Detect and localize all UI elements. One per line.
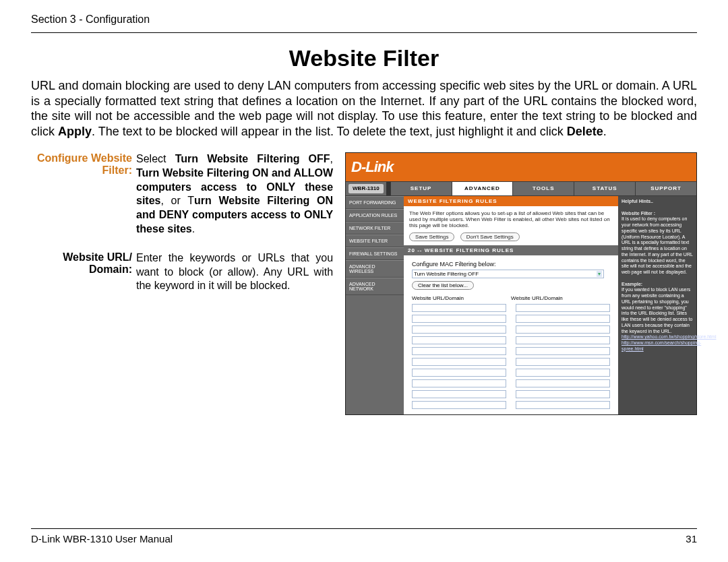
tab-setup[interactable]: SETUP — [390, 182, 452, 195]
def-body-url: Enter the keywords or URLs that you want… — [136, 251, 333, 293]
def-body-configure: Select Turn Website Filtering OFF, Turn … — [136, 152, 333, 237]
clear-list-button[interactable]: Clear the list below... — [412, 281, 474, 290]
url-input[interactable] — [412, 336, 506, 344]
intro-delete: Delete — [567, 125, 603, 138]
url-input[interactable] — [412, 379, 506, 387]
configure-label: Configure MAC Filtering below: — [412, 261, 610, 268]
hints-link-2[interactable]: http://www.msn.com/search/shopping-spree… — [621, 340, 701, 351]
rules-description: The Web Filter options allows you to set… — [409, 210, 613, 228]
tab-advanced[interactable]: ADVANCED — [452, 182, 513, 195]
intro-text-b: . The text to be blocked will appear in … — [92, 125, 567, 138]
t: , — [330, 153, 333, 164]
url-input[interactable] — [516, 315, 610, 323]
sidebar-item[interactable]: ADVANCED WIRELESS — [346, 260, 404, 278]
section-bar-rules: WEBSITE FILTERING RULES — [404, 196, 618, 206]
def-label-url: Website URL/ Domain: — [31, 251, 136, 293]
url-input[interactable] — [516, 347, 610, 355]
sidebar-item[interactable]: NETWORK FILTER — [346, 222, 404, 235]
filter-mode-select[interactable]: Turn Website Filtering OFF ▾ — [412, 270, 604, 278]
url-input[interactable] — [516, 304, 610, 312]
sidebar-item[interactable]: ADVANCED NETWORK — [346, 278, 404, 295]
hints-example-label: Example: — [621, 282, 642, 286]
router-header: D-Link — [346, 153, 696, 181]
url-input[interactable] — [412, 401, 506, 409]
url-input[interactable] — [516, 379, 610, 387]
hints-text-2: If you wanted to block LAN users from an… — [621, 287, 692, 333]
url-input[interactable] — [516, 390, 610, 398]
tab-support[interactable]: SUPPORT — [635, 182, 696, 195]
url-input[interactable] — [412, 304, 506, 312]
save-button[interactable]: Save Settings — [409, 232, 454, 241]
hints-link-1[interactable]: http://www.yahoo.com.tw/shopping/store.h… — [621, 334, 716, 339]
sidebar-item[interactable]: FIREWALL SETTINGS — [346, 247, 404, 260]
hints-subtitle: Website Filter : — [621, 211, 655, 216]
t: , or T — [160, 195, 194, 206]
t: Turn Website Filtering OFF — [175, 153, 330, 164]
url-input[interactable] — [516, 325, 610, 334]
intro-paragraph: URL and domain blocking are used to deny… — [31, 78, 697, 139]
url-input[interactable] — [412, 358, 506, 366]
intro-text-c: . — [603, 125, 607, 138]
dont-save-button[interactable]: Don't Save Settings — [460, 232, 520, 241]
footer-manual: D-Link WBR-1310 User Manual — [31, 533, 173, 544]
url-input[interactable] — [516, 401, 610, 409]
brand-logo: D-Link — [351, 158, 393, 176]
col-header-1: Website URL/Domain — [412, 295, 511, 301]
url-input[interactable] — [412, 315, 506, 323]
intro-apply: Apply — [58, 125, 92, 138]
url-input[interactable] — [412, 390, 506, 398]
sidebar-item[interactable]: PORT FORWARDING — [346, 196, 404, 209]
url-input[interactable] — [516, 358, 610, 366]
main-tabs: SETUP ADVANCED TOOLS STATUS SUPPORT — [390, 182, 696, 195]
header-rule — [31, 32, 697, 33]
hints-text-1: It is used to deny computers on your net… — [621, 216, 693, 274]
url-input[interactable] — [412, 347, 506, 355]
t: Select — [136, 153, 175, 164]
def-label-configure: Configure Website Filter: — [31, 152, 136, 237]
url-input[interactable] — [516, 336, 610, 344]
model-badge: WBR-1310 — [348, 184, 384, 193]
section-bar-20: 20 -- WEBSITE FILTERING RULES — [404, 245, 618, 255]
footer-page-number: 31 — [686, 533, 697, 544]
page-title: Website Filter — [31, 45, 697, 71]
sidebar-item[interactable]: WEBSITE FILTER — [346, 235, 404, 247]
router-sidebar: PORT FORWARDING APPLICATION RULES NETWOR… — [346, 196, 404, 414]
router-screenshot: D-Link WBR-1310 SETUP ADVANCED TOOLS STA… — [345, 152, 697, 415]
url-input[interactable] — [412, 369, 506, 377]
section-header: Section 3 - Configuration — [31, 13, 697, 26]
col-header-2: Website URL/Domain — [511, 295, 610, 301]
tab-tools[interactable]: TOOLS — [512, 182, 574, 195]
sidebar-item[interactable]: APPLICATION RULES — [346, 209, 404, 222]
chevron-down-icon: ▾ — [597, 271, 602, 277]
url-input[interactable] — [412, 325, 506, 334]
tab-status[interactable]: STATUS — [574, 182, 635, 195]
url-input[interactable] — [516, 369, 610, 377]
hints-panel: Helpful Hints.. Website Filter : It is u… — [618, 196, 696, 414]
hints-title: Helpful Hints.. — [621, 199, 653, 204]
t: . — [192, 223, 195, 235]
select-value: Turn Website Filtering OFF — [414, 271, 479, 277]
